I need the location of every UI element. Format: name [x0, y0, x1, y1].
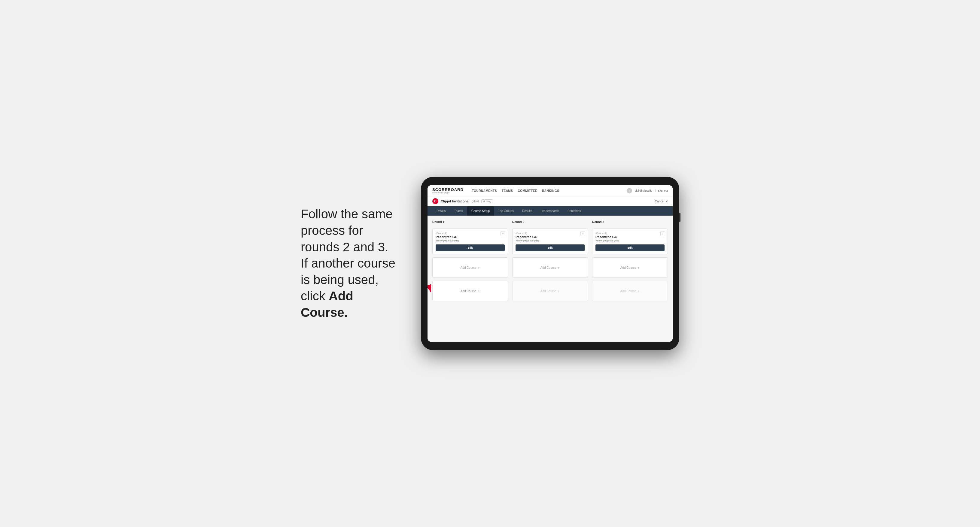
round-3-edit-button[interactable]: Edit	[595, 244, 665, 251]
round-1-column: Round 1 ○ (Course A) Peachtree GC Yellow…	[432, 221, 508, 301]
round-1-label: Round 1	[432, 221, 508, 224]
user-email: blair@clippd.io	[635, 189, 652, 192]
round-3-add-course-text-1: Add Course +	[620, 265, 640, 270]
round-2-add-course-text-1: Add Course +	[541, 265, 560, 270]
plus-icon-5: +	[638, 265, 640, 270]
round-2-column: Round 2 ○ (Course A) Peachtree GC Yellow…	[512, 221, 588, 301]
plus-icon-6: +	[638, 289, 640, 294]
tournament-type: (Men)	[472, 200, 479, 203]
sign-out-link[interactable]: Sign out	[658, 189, 668, 192]
plus-icon-3: +	[558, 265, 560, 270]
round-1-edit-button[interactable]: Edit	[436, 244, 505, 251]
main-content: Round 1 ○ (Course A) Peachtree GC Yellow…	[428, 216, 673, 342]
round-2-course-card: ○ (Course A) Peachtree GC Yellow (M) (66…	[512, 229, 588, 254]
sub-header: C Clippd Invitational (Men) Hosting Canc…	[428, 196, 673, 206]
nav-tournaments[interactable]: TOURNAMENTS	[472, 189, 497, 192]
scoreboard-logo: SCOREBOARD Powered by clippd	[432, 188, 464, 194]
sub-header-left: C Clippd Invitational (Men) Hosting	[432, 198, 493, 204]
tab-details[interactable]: Details	[432, 206, 450, 216]
round-1-course-details: Yellow (M) (6629 yds)	[436, 239, 505, 242]
round-1-add-course-annotation: Add Course +	[432, 257, 508, 278]
tablet-screen: SCOREBOARD Powered by clippd TOURNAMENTS…	[428, 185, 673, 342]
nav-separator: |	[655, 189, 655, 192]
round-2-label: Round 2	[512, 221, 588, 224]
tournament-name: Clippd Invitational	[441, 199, 469, 203]
logo-sub-text: Powered by clippd	[432, 192, 464, 194]
user-avatar: b	[627, 188, 632, 194]
round-1-add-course-1[interactable]: Add Course +	[432, 257, 508, 278]
nav-committee[interactable]: COMMITTEE	[518, 189, 538, 192]
clippd-icon: C	[432, 198, 438, 204]
round-3-add-course-1[interactable]: Add Course +	[592, 257, 668, 278]
cancel-button[interactable]: Cancel ✕	[655, 200, 668, 203]
round-1-delete-button[interactable]: ○	[501, 231, 505, 236]
round-3-course-tag: (Course A)	[595, 232, 665, 235]
tablet-frame: SCOREBOARD Powered by clippd TOURNAMENTS…	[421, 177, 679, 350]
tab-tee-groups[interactable]: Tee Groups	[494, 206, 518, 216]
round-2-add-course-text-2: Add Course +	[541, 289, 560, 294]
round-1-add-course-2[interactable]: Add Course +	[432, 281, 508, 301]
top-nav: SCOREBOARD Powered by clippd TOURNAMENTS…	[428, 185, 673, 196]
top-nav-right: b blair@clippd.io | Sign out	[627, 188, 668, 194]
round-1-add-course-text-2: Add Course +	[461, 289, 480, 294]
tab-leaderboards[interactable]: Leaderboards	[536, 206, 563, 216]
close-icon: ✕	[665, 200, 668, 203]
round-1-add-course-text-1: Add Course +	[461, 265, 480, 270]
tablet-side-button	[679, 213, 681, 222]
round-3-add-course-2[interactable]: Add Course +	[592, 281, 668, 301]
round-2-edit-button[interactable]: Edit	[515, 244, 585, 251]
round-2-add-course-2[interactable]: Add Course +	[512, 281, 588, 301]
round-1-course-card: ○ (Course A) Peachtree GC Yellow (M) (66…	[432, 229, 508, 254]
round-1-course-name: Peachtree GC	[436, 235, 505, 239]
tab-bar: Details Teams Course Setup Tee Groups Re…	[428, 206, 673, 216]
logo-main-text: SCOREBOARD	[432, 188, 464, 192]
round-2-course-details: Yellow (M) (6629 yds)	[515, 239, 585, 242]
tab-printables[interactable]: Printables	[563, 206, 585, 216]
round-3-course-name: Peachtree GC	[595, 235, 665, 239]
round-2-delete-button[interactable]: ○	[581, 231, 585, 236]
round-3-delete-button[interactable]: ○	[660, 231, 665, 236]
page-wrapper: Follow the same process for rounds 2 and…	[0, 165, 980, 362]
hosting-badge: Hosting	[481, 199, 493, 203]
round-3-course-details: Yellow (M) (6629 yds)	[595, 239, 665, 242]
nav-teams[interactable]: TEAMS	[502, 189, 513, 192]
round-1-course-tag: (Course A)	[436, 232, 505, 235]
round-2-add-course-1[interactable]: Add Course +	[512, 257, 588, 278]
tab-teams[interactable]: Teams	[450, 206, 467, 216]
round-3-add-course-text-2: Add Course +	[620, 289, 640, 294]
round-2-course-name: Peachtree GC	[515, 235, 585, 239]
rounds-container: Round 1 ○ (Course A) Peachtree GC Yellow…	[432, 221, 668, 301]
round-3-column: Round 3 ○ (Course A) Peachtree GC Yellow…	[592, 221, 668, 301]
round-3-label: Round 3	[592, 221, 668, 224]
instruction-block: Follow the same process for rounds 2 and…	[301, 206, 403, 321]
tab-course-setup[interactable]: Course Setup	[467, 206, 494, 216]
round-2-course-tag: (Course A)	[515, 232, 585, 235]
top-nav-links: TOURNAMENTS TEAMS COMMITTEE RANKINGS	[472, 189, 621, 192]
tab-results[interactable]: Results	[518, 206, 536, 216]
nav-rankings[interactable]: RANKINGS	[542, 189, 559, 192]
plus-icon-2: +	[478, 289, 480, 294]
plus-icon-1: +	[478, 265, 480, 270]
round-3-course-card: ○ (Course A) Peachtree GC Yellow (M) (66…	[592, 229, 668, 254]
plus-icon-4: +	[558, 289, 560, 294]
